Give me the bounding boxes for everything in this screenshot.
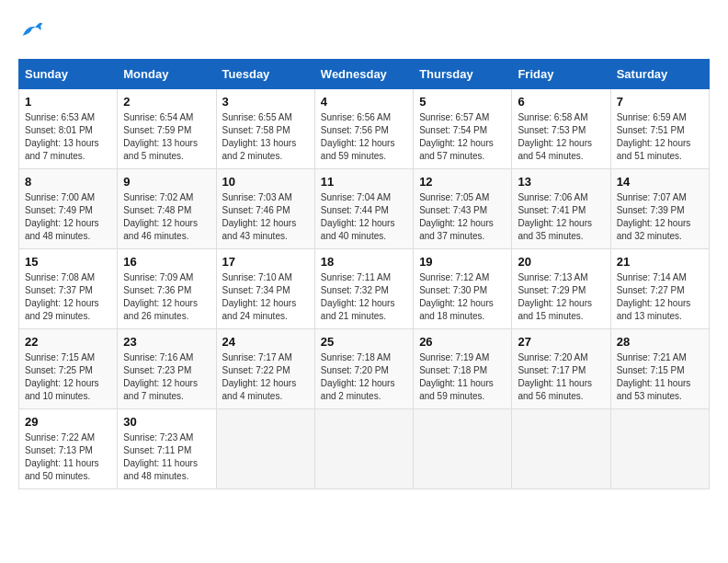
sunset-label: Sunset: 7:13 PM: [25, 445, 93, 455]
sunrise-label: Sunrise: 7:14 AM: [617, 272, 687, 282]
day-number: 12: [419, 175, 506, 189]
day-number: 28: [617, 335, 703, 349]
sunset-label: Sunset: 7:48 PM: [123, 205, 191, 215]
calendar-header-sunday: Sunday: [19, 60, 118, 89]
header: [18, 18, 710, 44]
sunset-label: Sunset: 7:27 PM: [617, 285, 685, 295]
sunset-label: Sunset: 7:22 PM: [222, 365, 290, 375]
calendar-header-thursday: Thursday: [414, 60, 512, 89]
sunset-label: Sunset: 7:53 PM: [518, 125, 586, 135]
sunrise-label: Sunrise: 7:12 AM: [419, 272, 489, 282]
sunrise-label: Sunrise: 7:18 AM: [321, 352, 391, 362]
sunrise-label: Sunrise: 7:20 AM: [518, 352, 587, 362]
day-number: 16: [123, 255, 210, 269]
calendar-day-30: 30 Sunrise: 7:23 AM Sunset: 7:11 PM Dayl…: [118, 409, 216, 489]
day-number: 29: [25, 415, 111, 429]
day-number: 15: [25, 255, 111, 269]
sunrise-label: Sunrise: 7:04 AM: [321, 192, 391, 202]
empty-cell: [610, 409, 709, 489]
cell-content: Sunrise: 7:08 AM Sunset: 7:37 PM Dayligh…: [25, 271, 111, 323]
calendar-day-22: 22 Sunrise: 7:15 AM Sunset: 7:25 PM Dayl…: [19, 329, 118, 409]
sunrise-label: Sunrise: 6:56 AM: [321, 112, 391, 122]
cell-content: Sunrise: 7:04 AM Sunset: 7:44 PM Dayligh…: [321, 191, 407, 243]
daylight-label: Daylight: 12 hours and 26 minutes.: [123, 298, 198, 321]
calendar-header-tuesday: Tuesday: [216, 60, 314, 89]
sunset-label: Sunset: 7:15 PM: [617, 365, 685, 375]
calendar-day-21: 21 Sunrise: 7:14 AM Sunset: 7:27 PM Dayl…: [610, 249, 709, 329]
cell-content: Sunrise: 6:54 AM Sunset: 7:59 PM Dayligh…: [123, 111, 210, 163]
calendar-day-12: 12 Sunrise: 7:05 AM Sunset: 7:43 PM Dayl…: [414, 169, 512, 249]
daylight-label: Daylight: 12 hours and 32 minutes.: [617, 218, 691, 241]
daylight-label: Daylight: 12 hours and 48 minutes.: [25, 218, 99, 241]
calendar-day-14: 14 Sunrise: 7:07 AM Sunset: 7:39 PM Dayl…: [610, 169, 709, 249]
cell-content: Sunrise: 7:05 AM Sunset: 7:43 PM Dayligh…: [419, 191, 506, 243]
daylight-label: Daylight: 12 hours and 51 minutes.: [617, 138, 691, 161]
day-number: 13: [518, 175, 604, 189]
daylight-label: Daylight: 12 hours and 29 minutes.: [25, 298, 99, 321]
sunrise-label: Sunrise: 7:15 AM: [25, 352, 95, 362]
cell-content: Sunrise: 6:58 AM Sunset: 7:53 PM Dayligh…: [518, 111, 604, 163]
sunrise-label: Sunrise: 7:00 AM: [25, 192, 95, 202]
calendar-day-15: 15 Sunrise: 7:08 AM Sunset: 7:37 PM Dayl…: [19, 249, 118, 329]
sunrise-label: Sunrise: 7:02 AM: [123, 192, 193, 202]
empty-cell: [414, 409, 512, 489]
cell-content: Sunrise: 7:21 AM Sunset: 7:15 PM Dayligh…: [617, 351, 703, 403]
calendar-week-2: 8 Sunrise: 7:00 AM Sunset: 7:49 PM Dayli…: [19, 169, 710, 249]
cell-content: Sunrise: 7:16 AM Sunset: 7:23 PM Dayligh…: [123, 351, 210, 403]
sunset-label: Sunset: 7:34 PM: [222, 285, 290, 295]
calendar-day-6: 6 Sunrise: 6:58 AM Sunset: 7:53 PM Dayli…: [512, 89, 610, 169]
calendar-week-4: 22 Sunrise: 7:15 AM Sunset: 7:25 PM Dayl…: [19, 329, 710, 409]
calendar-day-3: 3 Sunrise: 6:55 AM Sunset: 7:58 PM Dayli…: [216, 89, 314, 169]
sunset-label: Sunset: 7:29 PM: [518, 285, 586, 295]
cell-content: Sunrise: 7:14 AM Sunset: 7:27 PM Dayligh…: [617, 271, 703, 323]
day-number: 17: [222, 255, 309, 269]
day-number: 26: [419, 335, 506, 349]
sunset-label: Sunset: 7:43 PM: [419, 205, 487, 215]
daylight-label: Daylight: 13 hours and 2 minutes.: [222, 138, 297, 161]
sunset-label: Sunset: 7:17 PM: [518, 365, 586, 375]
day-number: 6: [518, 95, 604, 109]
sunrise-label: Sunrise: 6:58 AM: [518, 112, 587, 122]
daylight-label: Daylight: 12 hours and 57 minutes.: [419, 138, 494, 161]
day-number: 25: [321, 335, 407, 349]
daylight-label: Daylight: 12 hours and 2 minutes.: [321, 378, 395, 401]
daylight-label: Daylight: 13 hours and 5 minutes.: [123, 138, 198, 161]
calendar: SundayMondayTuesdayWednesdayThursdayFrid…: [18, 59, 710, 489]
day-number: 5: [419, 95, 506, 109]
sunrise-label: Sunrise: 6:53 AM: [25, 112, 95, 122]
sunset-label: Sunset: 7:54 PM: [419, 125, 487, 135]
day-number: 27: [518, 335, 604, 349]
sunrise-label: Sunrise: 7:23 AM: [123, 432, 193, 442]
sunrise-label: Sunrise: 7:19 AM: [419, 352, 489, 362]
calendar-week-5: 29 Sunrise: 7:22 AM Sunset: 7:13 PM Dayl…: [19, 409, 710, 489]
cell-content: Sunrise: 6:53 AM Sunset: 8:01 PM Dayligh…: [25, 111, 111, 163]
cell-content: Sunrise: 7:22 AM Sunset: 7:13 PM Dayligh…: [25, 431, 111, 483]
day-number: 30: [123, 415, 210, 429]
day-number: 18: [321, 255, 407, 269]
calendar-header-friday: Friday: [512, 60, 610, 89]
calendar-day-11: 11 Sunrise: 7:04 AM Sunset: 7:44 PM Dayl…: [314, 169, 413, 249]
day-number: 22: [25, 335, 111, 349]
sunset-label: Sunset: 7:32 PM: [321, 285, 389, 295]
empty-cell: [314, 409, 413, 489]
sunset-label: Sunset: 7:49 PM: [25, 205, 93, 215]
daylight-label: Daylight: 12 hours and 40 minutes.: [321, 218, 395, 241]
sunrise-label: Sunrise: 7:07 AM: [617, 192, 687, 202]
calendar-day-20: 20 Sunrise: 7:13 AM Sunset: 7:29 PM Dayl…: [512, 249, 610, 329]
day-number: 11: [321, 175, 407, 189]
sunset-label: Sunset: 7:58 PM: [222, 125, 290, 135]
sunrise-label: Sunrise: 7:22 AM: [25, 432, 95, 442]
logo-icon: [18, 18, 44, 44]
empty-cell: [216, 409, 314, 489]
sunset-label: Sunset: 7:56 PM: [321, 125, 389, 135]
cell-content: Sunrise: 7:11 AM Sunset: 7:32 PM Dayligh…: [321, 271, 407, 323]
daylight-label: Daylight: 12 hours and 13 minutes.: [617, 298, 691, 321]
sunrise-label: Sunrise: 7:03 AM: [222, 192, 292, 202]
sunrise-label: Sunrise: 7:17 AM: [222, 352, 292, 362]
day-number: 10: [222, 175, 309, 189]
sunset-label: Sunset: 7:23 PM: [123, 365, 191, 375]
day-number: 9: [123, 175, 210, 189]
cell-content: Sunrise: 7:19 AM Sunset: 7:18 PM Dayligh…: [419, 351, 506, 403]
sunrise-label: Sunrise: 7:13 AM: [518, 272, 587, 282]
daylight-label: Daylight: 11 hours and 50 minutes.: [25, 458, 99, 481]
